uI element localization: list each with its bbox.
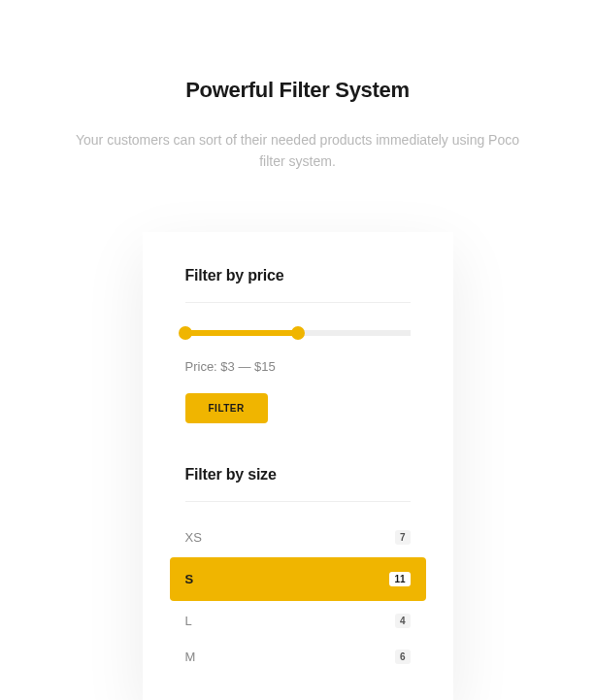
- price-slider-fill: [185, 330, 298, 336]
- page-title: Powerful Filter System: [0, 0, 595, 103]
- price-range-text: Price: $3 — $15: [185, 359, 411, 374]
- size-option-xs[interactable]: XS 7: [185, 519, 411, 555]
- size-count-badge: 6: [395, 650, 411, 664]
- size-label: M: [185, 650, 196, 664]
- divider: [185, 302, 411, 303]
- filter-button[interactable]: FILTER: [185, 393, 268, 423]
- size-option-m[interactable]: M 6: [185, 639, 411, 675]
- size-count-badge: 7: [395, 530, 411, 545]
- size-count-badge: 4: [395, 614, 411, 628]
- size-label: L: [185, 614, 192, 628]
- size-label: S: [185, 572, 194, 586]
- size-option-s[interactable]: S 11: [170, 557, 426, 601]
- size-list: XS 7 S 11 L 4 M 6: [185, 519, 411, 675]
- divider: [185, 501, 411, 502]
- filter-card: Filter by price Price: $3 — $15 FILTER F…: [143, 232, 453, 700]
- price-section-title: Filter by price: [185, 267, 411, 284]
- price-slider-handle-max[interactable]: [291, 326, 305, 340]
- price-slider[interactable]: [185, 330, 411, 336]
- page-subtitle: Your customers can sort of their needed …: [65, 130, 531, 172]
- size-option-l[interactable]: L 4: [185, 603, 411, 639]
- price-slider-handle-min[interactable]: [179, 326, 192, 340]
- size-count-badge: 11: [389, 572, 410, 586]
- size-label: XS: [185, 530, 202, 545]
- size-section-title: Filter by size: [185, 466, 411, 483]
